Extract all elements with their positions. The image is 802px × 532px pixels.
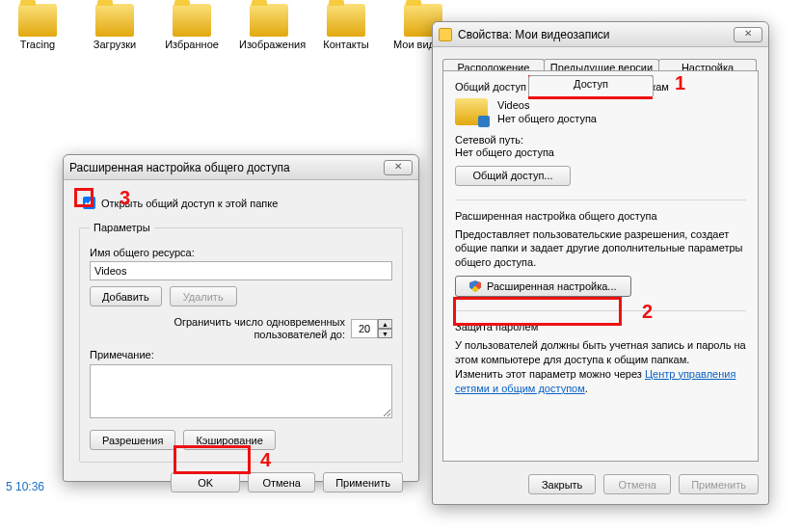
params-legend: Параметры — [90, 222, 154, 233]
folder-item[interactable]: Избранное — [162, 4, 222, 87]
limit-value-input[interactable] — [351, 319, 378, 338]
folder-label: Tracing — [8, 39, 67, 50]
close-icon[interactable]: ✕ — [384, 160, 413, 175]
share-name-label: Имя общего ресурса: — [90, 247, 392, 258]
note-label: Примечание: — [90, 349, 392, 360]
remove-button: Удалить — [170, 286, 237, 306]
pw-section-title: Защита паролем — [455, 321, 746, 332]
properties-window: Свойства: Мои видеозаписи ✕ Расположение… — [432, 21, 769, 505]
share-name-input[interactable] — [90, 261, 392, 280]
open-share-checkbox-row[interactable]: Открыть общий доступ к этой папке — [79, 194, 403, 212]
folder-icon — [95, 4, 134, 37]
apply-button[interactable]: Применить — [323, 472, 403, 492]
open-share-label: Открыть общий доступ к этой папке — [101, 198, 278, 209]
folder-label: Загрузки — [85, 39, 145, 50]
folder-item[interactable]: Контакты — [316, 4, 376, 87]
netpath-value: Нет общего доступа — [455, 146, 746, 158]
limit-spinner[interactable]: ▲ ▼ — [351, 319, 392, 338]
open-share-checkbox[interactable] — [83, 197, 95, 209]
add-button[interactable]: Добавить — [90, 286, 162, 306]
advanced-sharing-window: Расширенная настройка общего доступа ✕ О… — [63, 154, 419, 482]
limit-label: Ограничить число одновременных пользоват… — [174, 316, 345, 341]
folder-icon — [173, 4, 211, 37]
folder-label: Изображения — [239, 39, 299, 50]
folder-icon — [439, 28, 452, 41]
tab-sharing[interactable]: Доступ — [528, 75, 654, 96]
folder-label: Избранное — [162, 39, 222, 50]
folder-icon — [18, 4, 57, 37]
share-button[interactable]: Общий доступ... — [455, 166, 571, 186]
close-icon[interactable]: ✕ — [734, 27, 762, 42]
status-timestamp: 5 10:36 — [6, 480, 44, 493]
adv-section-desc: Предоставляет пользовательские разрешени… — [455, 227, 746, 271]
tab-panel-sharing: Общий доступ к сетевым файлам и папкам V… — [442, 70, 759, 462]
cancel-button[interactable]: Отмена — [248, 472, 315, 492]
spinner-up-icon[interactable]: ▲ — [378, 319, 392, 329]
window-title: Свойства: Мои видеозаписи — [458, 28, 734, 41]
folder-icon — [250, 4, 288, 37]
folder-item[interactable]: Загрузки — [85, 4, 145, 87]
caching-button[interactable]: Кэширование — [183, 430, 275, 450]
close-button[interactable]: Закрыть — [528, 474, 596, 494]
adv-section-title: Расширенная настройка общего доступа — [455, 210, 746, 222]
window-title: Расширенная настройка общего доступа — [69, 161, 384, 174]
folder-item[interactable]: Tracing — [8, 4, 67, 87]
shield-icon — [469, 280, 481, 292]
netpath-label: Сетевой путь: — [455, 134, 746, 146]
folder-item[interactable]: Изображения — [239, 4, 299, 87]
pw-desc: У пользователей должны быть учетная запи… — [455, 338, 746, 395]
folder-icon — [327, 4, 365, 37]
ok-button[interactable]: OK — [171, 472, 240, 492]
titlebar[interactable]: Расширенная настройка общего доступа ✕ — [64, 155, 418, 180]
permissions-button[interactable]: Разрешения — [90, 430, 175, 450]
advanced-settings-button[interactable]: Расширенная настройка... — [455, 276, 631, 297]
apply-button: Применить — [679, 474, 759, 494]
share-status: Нет общего доступа — [497, 112, 597, 125]
advanced-settings-label: Расширенная настройка... — [487, 280, 617, 292]
titlebar[interactable]: Свойства: Мои видеозаписи ✕ — [433, 22, 768, 47]
note-textarea[interactable] — [90, 364, 392, 418]
share-folder-icon — [455, 98, 488, 125]
params-fieldset: Параметры Имя общего ресурса: Добавить У… — [79, 222, 403, 463]
cancel-button: Отмена — [603, 474, 671, 494]
folder-label: Контакты — [316, 39, 376, 50]
spinner-down-icon[interactable]: ▼ — [378, 329, 392, 338]
share-name: Videos — [497, 98, 597, 112]
